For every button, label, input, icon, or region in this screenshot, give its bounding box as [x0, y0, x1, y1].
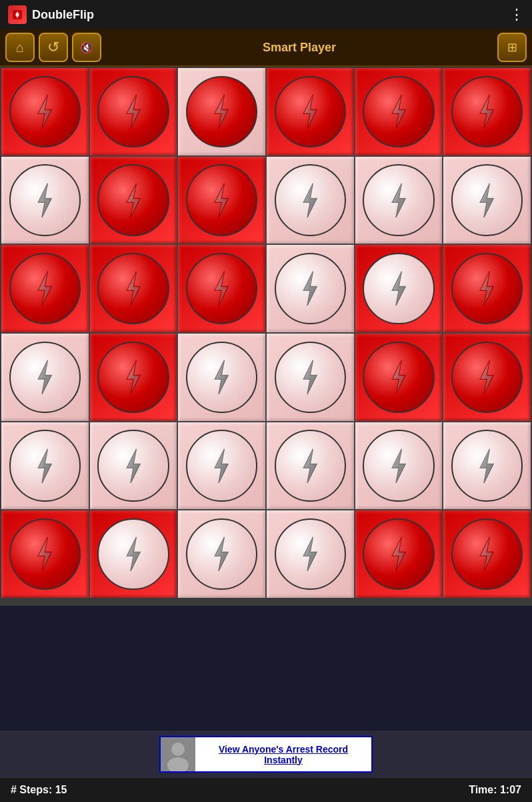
ad-line1: View Anyone's Arrest Record: [198, 744, 369, 755]
grid-cell-30[interactable]: [1, 510, 89, 598]
grid-cell-27[interactable]: [267, 422, 354, 510]
cell-circle-0: [9, 76, 81, 147]
bolt-icon-13: [118, 270, 149, 308]
grid-cell-18[interactable]: [1, 334, 89, 421]
grid-cell-28[interactable]: [355, 422, 443, 510]
cell-circle-3: [275, 76, 346, 147]
bolt-icon-15: [295, 270, 325, 308]
home-button[interactable]: ⌂: [5, 33, 35, 62]
grid-cell-16[interactable]: [355, 245, 443, 332]
cell-circle-25: [97, 430, 169, 501]
bolt-icon-5: [471, 93, 502, 131]
bolt-icon-25: [118, 447, 149, 485]
bolt-icon-7: [118, 181, 149, 220]
menu-icon[interactable]: ⋮: [509, 6, 524, 23]
grid-cell-24[interactable]: [1, 422, 89, 510]
grid-cell-7[interactable]: [90, 157, 177, 244]
cell-circle-35: [451, 518, 523, 590]
game-grid: [1, 68, 531, 598]
bolt-icon-17: [471, 270, 502, 308]
cell-circle-18: [9, 342, 81, 413]
bolt-icon-35: [471, 535, 502, 573]
cell-circle-13: [97, 253, 169, 324]
bolt-icon-29: [471, 447, 502, 485]
cell-circle-28: [363, 430, 434, 501]
grid-cell-14[interactable]: [178, 245, 265, 332]
grid-cell-6[interactable]: [1, 157, 89, 244]
cell-circle-26: [186, 430, 257, 501]
grid-cell-9[interactable]: [267, 157, 354, 244]
toolbar-title: Smart Player: [105, 41, 493, 55]
cell-circle-5: [451, 76, 523, 147]
grid-cell-5[interactable]: [443, 68, 531, 155]
grid-cell-21[interactable]: [267, 334, 354, 421]
grid-cell-32[interactable]: [178, 510, 265, 598]
cell-circle-22: [363, 342, 434, 413]
cell-circle-21: [275, 342, 346, 413]
bolt-icon-8: [206, 181, 237, 220]
app-title: DoubleFlip: [32, 8, 94, 22]
mute-button[interactable]: 🔇: [72, 33, 101, 62]
bolt-icon-0: [29, 93, 60, 131]
bolt-icon-10: [383, 181, 414, 220]
bolt-icon-14: [206, 270, 237, 308]
grid-cell-20[interactable]: [178, 334, 265, 421]
info-button[interactable]: ⊞: [497, 33, 527, 62]
grid-cell-0[interactable]: [1, 68, 89, 155]
bolt-icon-26: [206, 447, 237, 485]
grid-cell-25[interactable]: [90, 422, 177, 510]
cell-circle-10: [363, 164, 434, 236]
cell-circle-16: [363, 253, 434, 324]
bolt-icon-34: [383, 535, 414, 573]
grid-cell-26[interactable]: [178, 422, 265, 510]
bolt-icon-32: [206, 535, 237, 573]
bolt-icon-33: [295, 535, 325, 573]
grid-cell-13[interactable]: [90, 245, 177, 332]
grid-cell-33[interactable]: [267, 510, 354, 598]
toolbar: ⌂ ↺ 🔇 Smart Player ⊞: [0, 29, 532, 67]
bolt-icon-30: [29, 535, 60, 573]
grid-cell-11[interactable]: [443, 157, 531, 244]
grid-cell-15[interactable]: [267, 245, 354, 332]
grid-cell-35[interactable]: [443, 510, 531, 598]
grid-cell-34[interactable]: [355, 510, 443, 598]
grid-cell-10[interactable]: [355, 157, 443, 244]
cell-circle-20: [186, 342, 257, 413]
cell-circle-34: [363, 518, 434, 590]
time-label-text: Time:: [469, 784, 500, 795]
bolt-icon-20: [206, 358, 237, 396]
refresh-button[interactable]: ↺: [39, 33, 68, 62]
grid-cell-8[interactable]: [178, 157, 265, 244]
cell-circle-14: [186, 253, 257, 324]
bolt-icon-23: [471, 358, 502, 396]
ad-banner[interactable]: View Anyone's Arrest Record Instantly: [159, 736, 373, 773]
steps-display: # Steps: 15: [11, 784, 67, 796]
bolt-icon-11: [471, 181, 502, 220]
grid-cell-3[interactable]: [267, 68, 354, 155]
grid-cell-19[interactable]: [90, 334, 177, 421]
ad-image: [161, 737, 195, 772]
grid-cell-22[interactable]: [355, 334, 443, 421]
cell-circle-9: [275, 164, 346, 236]
bolt-icon-28: [383, 447, 414, 485]
grid-cell-23[interactable]: [443, 334, 531, 421]
grid-cell-1[interactable]: [90, 68, 177, 155]
grid-cell-2[interactable]: [178, 68, 265, 155]
grid-cell-29[interactable]: [443, 422, 531, 510]
cell-circle-1: [97, 76, 169, 147]
bolt-icon-2: [206, 93, 237, 131]
bolt-icon-3: [295, 93, 325, 131]
cell-circle-31: [97, 518, 169, 590]
cell-circle-6: [9, 164, 81, 236]
grid-cell-31[interactable]: [90, 510, 177, 598]
mute-icon: 🔇: [80, 41, 93, 54]
grid-cell-17[interactable]: [443, 245, 531, 332]
ad-line2: Instantly: [198, 755, 369, 765]
steps-label-text: # Steps:: [11, 784, 55, 795]
grid-cell-4[interactable]: [355, 68, 443, 155]
cell-circle-7: [97, 164, 169, 236]
cell-circle-19: [97, 342, 169, 413]
cell-circle-30: [9, 518, 81, 590]
status-bar: # Steps: 15 Time: 1:07: [0, 778, 532, 802]
grid-cell-12[interactable]: [1, 245, 89, 332]
